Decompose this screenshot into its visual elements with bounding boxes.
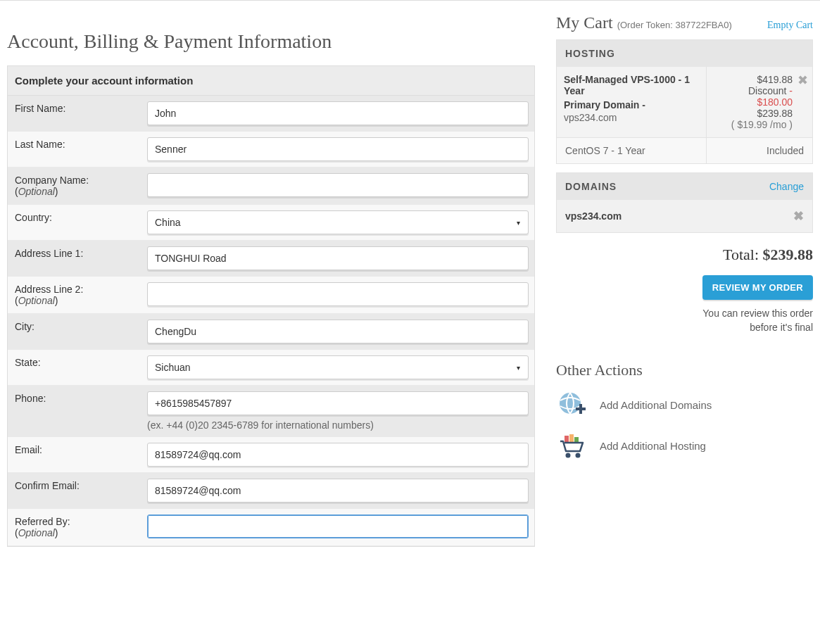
change-domains-link[interactable]: Change bbox=[769, 181, 804, 192]
last-name-label: Last Name: bbox=[8, 132, 141, 167]
price-original: $419.88 bbox=[712, 74, 793, 85]
first-name-input[interactable] bbox=[147, 101, 529, 125]
state-select[interactable]: Sichuan bbox=[147, 355, 529, 379]
add-domains-label: Add Additional Domains bbox=[600, 399, 712, 411]
svg-point-7 bbox=[576, 453, 581, 458]
domain-value: vps234.com bbox=[565, 210, 622, 222]
country-label: Country: bbox=[8, 205, 141, 240]
add-hosting-action[interactable]: Add Additional Hosting bbox=[556, 431, 813, 460]
account-form: Complete your account information First … bbox=[7, 65, 535, 547]
referred-by-label: Referred By: (Optional) bbox=[8, 509, 141, 545]
email-label: Email: bbox=[8, 437, 141, 472]
address1-label: Address Line 1: bbox=[8, 241, 141, 276]
cart-icon bbox=[556, 431, 587, 460]
address1-input[interactable] bbox=[147, 246, 529, 270]
add-domains-action[interactable]: Add Additional Domains bbox=[556, 391, 813, 419]
form-header: Complete your account information bbox=[8, 66, 534, 96]
domains-panel: DOMAINS Change vps234.com ✖ bbox=[556, 172, 813, 233]
hosting-item: Self-Managed VPS-1000 - 1 Year Primary D… bbox=[557, 67, 707, 137]
confirm-email-input[interactable] bbox=[147, 479, 529, 503]
hosting-header: HOSTING bbox=[557, 40, 812, 67]
last-name-input[interactable] bbox=[147, 137, 529, 161]
hosting-item-name: Self-Managed VPS-1000 - 1 Year bbox=[564, 74, 699, 96]
svg-rect-2 bbox=[579, 404, 582, 414]
cart-title: My Cart bbox=[556, 13, 613, 32]
svg-point-0 bbox=[560, 393, 581, 414]
remove-hosting-icon[interactable]: ✖ bbox=[797, 72, 808, 88]
company-input[interactable] bbox=[147, 173, 529, 197]
add-hosting-label: Add Additional Hosting bbox=[600, 440, 706, 452]
phone-label: Phone: bbox=[8, 386, 141, 436]
price-now: $239.88 bbox=[712, 108, 793, 119]
empty-cart-link[interactable]: Empty Cart bbox=[767, 20, 813, 31]
email-input[interactable] bbox=[147, 443, 529, 467]
discount-label: Discount bbox=[748, 85, 786, 96]
referred-by-input[interactable] bbox=[147, 514, 529, 538]
remove-domain-icon[interactable]: ✖ bbox=[793, 208, 804, 224]
company-label: Company Name: (Optional) bbox=[8, 168, 141, 204]
other-actions-title: Other Actions bbox=[556, 361, 813, 379]
svg-rect-4 bbox=[569, 434, 574, 443]
address2-input[interactable] bbox=[147, 282, 529, 306]
svg-point-6 bbox=[566, 453, 571, 458]
city-input[interactable] bbox=[147, 320, 529, 343]
review-order-button[interactable]: REVIEW MY ORDER bbox=[702, 275, 813, 300]
addon-price: Included bbox=[707, 138, 812, 163]
address2-label: Address Line 2: (Optional) bbox=[8, 277, 141, 313]
globe-plus-icon bbox=[556, 391, 587, 419]
state-label: State: bbox=[8, 350, 141, 385]
primary-domain-label: Primary Domain - bbox=[564, 99, 699, 111]
city-label: City: bbox=[8, 314, 141, 349]
addon-name: CentOS 7 - 1 Year bbox=[557, 138, 707, 163]
country-select[interactable]: China bbox=[147, 210, 529, 234]
primary-domain-value: vps234.com bbox=[564, 112, 699, 123]
domains-header: DOMAINS bbox=[565, 181, 617, 192]
total-label: Total: bbox=[723, 246, 759, 263]
first-name-label: First Name: bbox=[8, 96, 141, 131]
page-title: Account, Billing & Payment Information bbox=[7, 30, 535, 53]
phone-input[interactable] bbox=[147, 391, 529, 415]
price-per-month: ( $19.99 /mo ) bbox=[712, 119, 793, 130]
hosting-panel: HOSTING Self-Managed VPS-1000 - 1 Year P… bbox=[556, 39, 813, 164]
total-amount: $239.88 bbox=[763, 246, 814, 263]
svg-rect-3 bbox=[564, 436, 569, 443]
phone-hint: (ex. +44 (0)20 2345-6789 for internation… bbox=[147, 419, 529, 431]
review-hint: You can review this order before it's fi… bbox=[556, 307, 813, 334]
confirm-email-label: Confirm Email: bbox=[8, 473, 141, 508]
order-token: (Order Token: 387722FBA0) bbox=[617, 20, 732, 30]
